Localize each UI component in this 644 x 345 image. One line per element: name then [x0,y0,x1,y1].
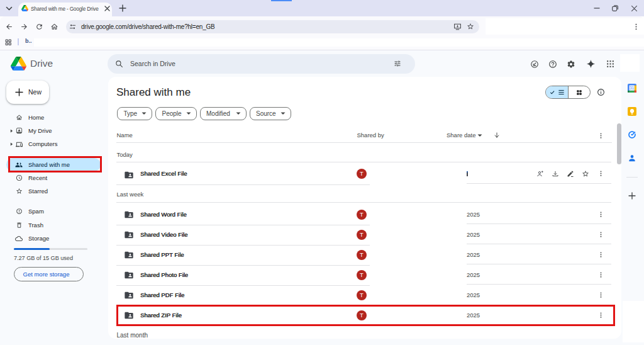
svg-text:31: 31 [630,86,635,90]
